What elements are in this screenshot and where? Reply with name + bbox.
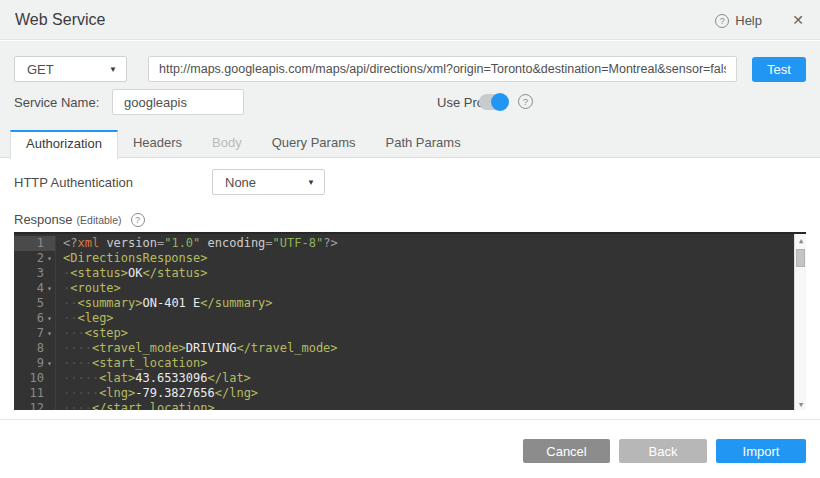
line-gutter: 10 bbox=[14, 371, 56, 386]
line-number: 9 bbox=[37, 356, 44, 371]
line-number: 2 bbox=[37, 251, 44, 266]
response-editable-label: (Editable) bbox=[77, 214, 122, 226]
response-label: Response bbox=[14, 212, 73, 227]
fold-spacer bbox=[44, 296, 55, 311]
code-text: ····<start_location> bbox=[56, 356, 794, 371]
help-icon: ? bbox=[715, 14, 729, 28]
fold-spacer bbox=[44, 401, 55, 410]
back-button[interactable]: Back bbox=[619, 439, 707, 463]
chevron-down-icon: ▼ bbox=[307, 178, 315, 187]
code-line: 10·····<lat>43.6533096</lat> bbox=[14, 371, 794, 386]
tab-body[interactable]: Body bbox=[197, 130, 257, 158]
http-method-select[interactable]: GET ▼ bbox=[14, 56, 127, 82]
line-number: 11 bbox=[30, 386, 44, 401]
fold-arrow-icon[interactable]: ▾ bbox=[44, 356, 55, 371]
code-line: 1<?xml version="1.0" encoding="UTF-8"?> bbox=[14, 236, 794, 251]
code-line: 5··<summary>ON-401 E</summary> bbox=[14, 296, 794, 311]
code-text: ····<travel_mode>DRIVING</travel_mode> bbox=[56, 341, 794, 356]
tab-query-params[interactable]: Query Params bbox=[257, 130, 371, 158]
line-gutter: 5 bbox=[14, 296, 56, 311]
code-text: <?xml version="1.0" encoding="UTF-8"?> bbox=[56, 236, 794, 251]
fold-spacer bbox=[44, 266, 55, 281]
http-authentication-label: HTTP Authentication bbox=[14, 175, 133, 190]
line-number: 8 bbox=[37, 341, 44, 356]
chevron-down-icon: ▼ bbox=[109, 65, 117, 74]
fold-spacer bbox=[44, 371, 55, 386]
line-number: 12 bbox=[30, 401, 44, 410]
line-gutter: 6▾ bbox=[14, 311, 56, 326]
line-gutter: 3 bbox=[14, 266, 56, 281]
fold-spacer bbox=[44, 386, 55, 401]
code-text: ···<step> bbox=[56, 326, 794, 341]
code-lines: 1<?xml version="1.0" encoding="UTF-8"?>2… bbox=[14, 236, 794, 410]
line-number: 7 bbox=[37, 326, 44, 341]
fold-arrow-icon[interactable]: ▾ bbox=[44, 311, 55, 326]
response-code-editor[interactable]: 1<?xml version="1.0" encoding="UTF-8"?>2… bbox=[14, 232, 806, 410]
cancel-button[interactable]: Cancel bbox=[523, 439, 610, 463]
line-number: 1 bbox=[37, 236, 44, 251]
code-text: ··<summary>ON-401 E</summary> bbox=[56, 296, 794, 311]
code-text: ··<leg> bbox=[56, 311, 794, 326]
line-gutter: 9▾ bbox=[14, 356, 56, 371]
code-line: 6▾··<leg> bbox=[14, 311, 794, 326]
close-icon[interactable]: ✕ bbox=[792, 12, 804, 28]
fold-arrow-icon[interactable]: ▾ bbox=[44, 251, 55, 266]
line-gutter: 1 bbox=[14, 236, 56, 251]
code-line: 7▾···<step> bbox=[14, 326, 794, 341]
editor-scrollbar[interactable]: ▲ ▼ bbox=[794, 234, 806, 410]
code-line: 9▾····<start_location> bbox=[14, 356, 794, 371]
service-name-label: Service Name: bbox=[14, 95, 99, 110]
scroll-up-icon[interactable]: ▲ bbox=[795, 235, 806, 247]
code-text: ·<route> bbox=[56, 281, 794, 296]
line-number: 6 bbox=[37, 311, 44, 326]
code-line: 12····</start_location> bbox=[14, 401, 794, 410]
code-text: ·····<lng>-79.3827656</lng> bbox=[56, 386, 794, 401]
fold-arrow-icon[interactable]: ▾ bbox=[44, 281, 55, 296]
page-title: Web Service bbox=[15, 11, 105, 29]
fold-spacer bbox=[44, 341, 55, 356]
scrollbar-thumb[interactable] bbox=[796, 249, 805, 267]
fold-spacer bbox=[44, 236, 55, 251]
dialog-header: Web Service ? Help ✕ bbox=[0, 0, 820, 40]
code-text: ·····<lat>43.6533096</lat> bbox=[56, 371, 794, 386]
service-name-input[interactable] bbox=[112, 89, 244, 115]
tab-path-params[interactable]: Path Params bbox=[370, 130, 475, 158]
proxy-help-icon[interactable]: ? bbox=[518, 94, 533, 109]
code-text: ·<status>OK</status> bbox=[56, 266, 794, 281]
code-text: ····</start_location> bbox=[56, 401, 794, 410]
help-label: Help bbox=[735, 13, 762, 28]
import-button[interactable]: Import bbox=[716, 439, 806, 463]
response-header: Response (Editable) ? bbox=[14, 212, 145, 227]
toggle-knob-icon bbox=[491, 93, 509, 111]
code-line: 11·····<lng>-79.3827656</lng> bbox=[14, 386, 794, 401]
tab-authorization[interactable]: Authorization bbox=[10, 130, 118, 159]
line-gutter: 11 bbox=[14, 386, 56, 401]
line-gutter: 2▾ bbox=[14, 251, 56, 266]
response-help-icon[interactable]: ? bbox=[131, 213, 145, 227]
line-gutter: 4▾ bbox=[14, 281, 56, 296]
test-button[interactable]: Test bbox=[752, 57, 806, 82]
url-input[interactable] bbox=[148, 56, 737, 82]
tab-headers[interactable]: Headers bbox=[118, 130, 197, 158]
code-line: 4▾·<route> bbox=[14, 281, 794, 296]
line-number: 10 bbox=[30, 371, 44, 386]
line-gutter: 8 bbox=[14, 341, 56, 356]
line-number: 3 bbox=[37, 266, 44, 281]
line-gutter: 12 bbox=[14, 401, 56, 410]
footer-actions: CancelBackImport bbox=[523, 439, 806, 463]
help-button[interactable]: ? Help bbox=[715, 13, 762, 28]
tab-bar: AuthorizationHeadersBodyQuery ParamsPath… bbox=[0, 130, 820, 158]
code-text: <DirectionsResponse> bbox=[56, 251, 794, 266]
line-number: 5 bbox=[37, 296, 44, 311]
http-authentication-select[interactable]: None ▼ bbox=[212, 169, 325, 195]
line-gutter: 7▾ bbox=[14, 326, 56, 341]
code-line: 3·<status>OK</status> bbox=[14, 266, 794, 281]
fold-arrow-icon[interactable]: ▾ bbox=[44, 326, 55, 341]
code-line: 2▾<DirectionsResponse> bbox=[14, 251, 794, 266]
use-proxy-toggle[interactable] bbox=[479, 94, 508, 110]
footer-divider bbox=[0, 419, 820, 420]
web-service-dialog: Web Service ? Help ✕ GET ▼ Test Service … bbox=[0, 0, 820, 478]
scroll-down-icon[interactable]: ▼ bbox=[795, 399, 806, 410]
line-number: 4 bbox=[37, 281, 44, 296]
code-line: 8····<travel_mode>DRIVING</travel_mode> bbox=[14, 341, 794, 356]
